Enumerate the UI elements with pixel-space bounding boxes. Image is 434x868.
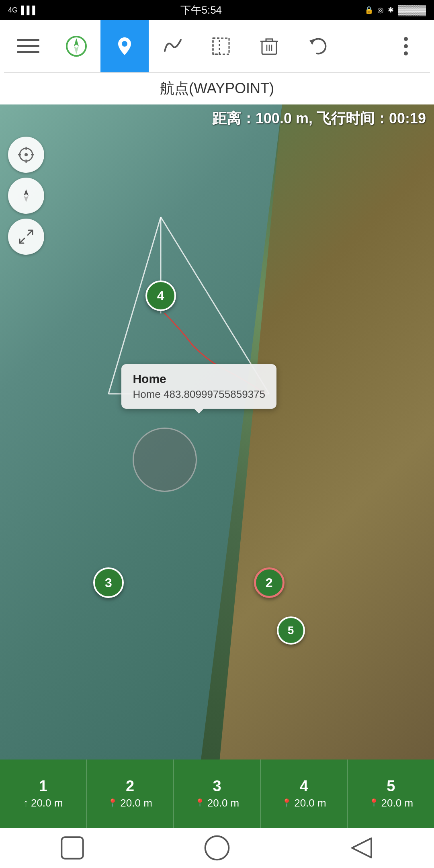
nav-back-square[interactable] [56, 832, 88, 864]
nav-home-circle[interactable] [201, 832, 233, 864]
tab-2-number: 2 [126, 778, 134, 794]
svg-marker-28 [352, 838, 371, 858]
tab-1-icon: ↑ [23, 797, 29, 809]
svg-point-6 [122, 41, 127, 47]
signal-text: 4G [8, 6, 18, 14]
svg-rect-0 [17, 39, 39, 41]
status-time: 下午5:54 [180, 3, 222, 17]
svg-point-13 [404, 51, 408, 55]
waypoint-button[interactable] [100, 20, 149, 72]
tab-3-icon: 📍 [195, 798, 205, 808]
status-signal: 4G ▌▌▌ [8, 6, 38, 15]
svg-marker-5 [74, 46, 79, 54]
lock-icon: 🔒 [364, 6, 373, 14]
distance-bar: 距离：100.0 m, 飞行时间：00:19 [0, 104, 434, 133]
tab-2-icon: 📍 [108, 798, 118, 808]
tab-3-altitude: 20.0 m [207, 797, 240, 809]
waypoint-tab-3[interactable]: 3 📍 20.0 m [174, 760, 261, 828]
svg-point-15 [25, 153, 28, 156]
tab-1-altitude: 20.0 m [31, 797, 63, 809]
waypoint-4-label: 4 [157, 289, 164, 303]
tab-3-info: 📍 20.0 m [195, 797, 240, 809]
home-marker [133, 428, 197, 492]
tab-4-altitude: 20.0 m [294, 797, 326, 809]
svg-point-27 [205, 836, 229, 860]
compass-button[interactable] [52, 20, 100, 72]
waypoint-tab-2[interactable]: 2 📍 20.0 m [87, 760, 174, 828]
select-button[interactable] [197, 20, 245, 72]
tab-4-info: 📍 20.0 m [282, 797, 326, 809]
svg-rect-26 [61, 837, 83, 858]
waypoint-3-label: 3 [105, 575, 112, 590]
tab-1-info: ↑ 20.0 m [23, 797, 63, 809]
more-button[interactable] [382, 20, 430, 72]
tab-4-number: 4 [300, 778, 308, 794]
tab-4-icon: 📍 [282, 798, 292, 808]
svg-marker-4 [74, 38, 79, 46]
svg-point-11 [404, 37, 408, 41]
menu-button[interactable] [4, 20, 52, 72]
tab-2-info: 📍 20.0 m [108, 797, 152, 809]
svg-rect-2 [17, 51, 39, 53]
nav-back-triangle[interactable] [346, 832, 378, 864]
waypoint-4[interactable]: 4 [145, 280, 176, 311]
status-icons: 🔒 ◎ ✱ ▓▓▓▓ [364, 4, 426, 16]
distance-text: 距离：100.0 m, 飞行时间：00:19 [212, 109, 426, 129]
tab-3-number: 3 [213, 778, 221, 794]
waypoint-2[interactable]: 2 [254, 567, 285, 598]
location-icon: ◎ [377, 6, 384, 14]
tab-5-number: 5 [387, 778, 395, 794]
svg-marker-21 [24, 196, 29, 202]
map-controls [8, 137, 44, 255]
waypoint-5[interactable]: 5 [277, 616, 305, 645]
map-area[interactable]: 距离：100.0 m, 飞行时间：00:19 [0, 104, 434, 788]
signal-bars: ▌▌▌ [21, 6, 38, 15]
waypoint-3[interactable]: 3 [93, 567, 124, 598]
waypoint-lines [0, 104, 434, 788]
delete-button[interactable] [245, 20, 293, 72]
waypoint-tab-1[interactable]: 1 ↑ 20.0 m [0, 760, 87, 828]
svg-rect-8 [213, 38, 229, 54]
north-button[interactable] [8, 178, 44, 214]
tooltip-value: Home 483.80999755859375 [133, 388, 265, 401]
battery-icon: ▓▓▓▓ [398, 4, 426, 16]
location-button[interactable] [8, 137, 44, 173]
bluetooth-icon: ✱ [388, 6, 394, 14]
nav-bar [0, 828, 434, 868]
waypoint-5-label: 5 [288, 624, 294, 637]
status-bar: 4G ▌▌▌ 下午5:54 🔒 ◎ ✱ ▓▓▓▓ [0, 0, 434, 20]
svg-point-12 [404, 44, 408, 48]
waypoint-tabs: 1 ↑ 20.0 m 2 📍 20.0 m 3 📍 20.0 m 4 📍 20.… [0, 760, 434, 828]
waypoint-tab-5[interactable]: 5 📍 20.0 m [348, 760, 434, 828]
draw-button[interactable] [149, 20, 197, 72]
waypoint-2-label: 2 [266, 575, 273, 590]
undo-button[interactable] [293, 20, 342, 72]
tab-5-icon: 📍 [369, 798, 379, 808]
svg-rect-7 [213, 38, 219, 54]
svg-rect-1 [17, 45, 39, 47]
toolbar-title: 航点(WAYPOINT) [0, 73, 434, 104]
expand-button[interactable] [8, 219, 44, 255]
tooltip-popup: Home Home 483.80999755859375 [121, 364, 276, 409]
waypoint-tab-4[interactable]: 4 📍 20.0 m [261, 760, 348, 828]
tooltip-title: Home [133, 372, 265, 386]
svg-marker-20 [24, 189, 29, 196]
toolbar: 航点(WAYPOINT) [0, 20, 434, 104]
tab-1-number: 1 [39, 778, 47, 794]
tab-5-altitude: 20.0 m [381, 797, 414, 809]
toolbar-icons [0, 20, 434, 72]
tab-5-info: 📍 20.0 m [369, 797, 414, 809]
tab-2-altitude: 20.0 m [120, 797, 152, 809]
